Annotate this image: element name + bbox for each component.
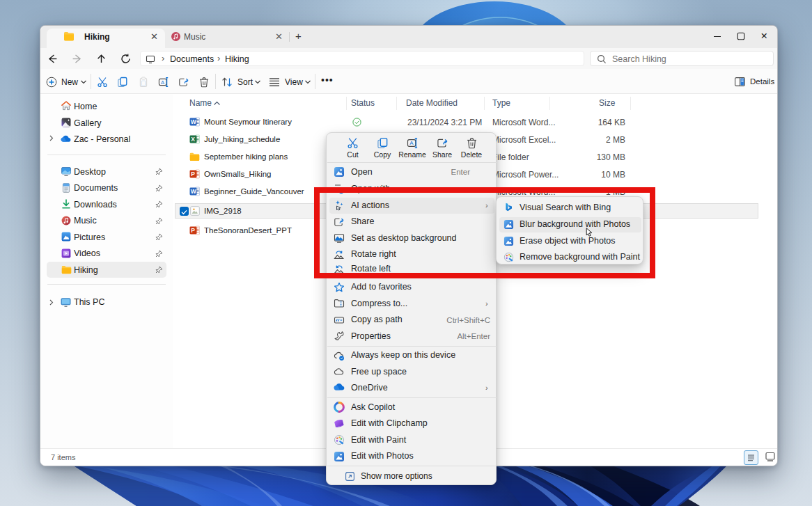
svg-text:W: W bbox=[191, 118, 197, 125]
svg-text:A: A bbox=[409, 140, 414, 146]
svg-text:A: A bbox=[161, 79, 164, 86]
svg-text:P: P bbox=[191, 171, 195, 177]
svg-text:X: X bbox=[191, 136, 195, 143]
svg-text:P: P bbox=[191, 227, 195, 234]
svg-text:W: W bbox=[191, 188, 197, 195]
